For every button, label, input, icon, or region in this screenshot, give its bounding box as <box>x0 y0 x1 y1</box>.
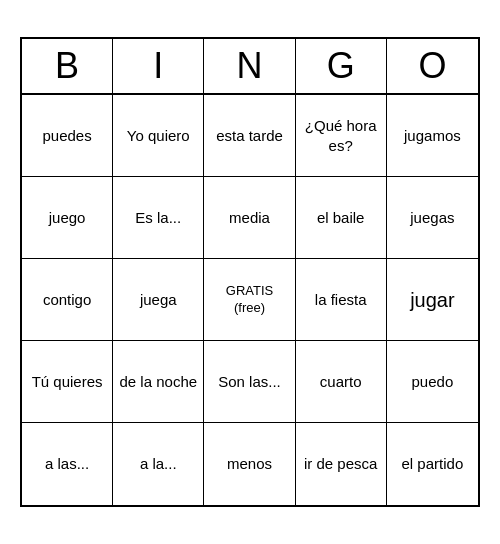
bingo-cell: jugar <box>387 259 478 341</box>
bingo-header: BINGO <box>22 39 478 95</box>
bingo-cell: juegas <box>387 177 478 259</box>
bingo-cell: a las... <box>22 423 113 505</box>
bingo-cell: Tú quieres <box>22 341 113 423</box>
bingo-cell: media <box>204 177 295 259</box>
bingo-cell: el partido <box>387 423 478 505</box>
header-letter: N <box>204 39 295 93</box>
bingo-cell: GRATIS(free) <box>204 259 295 341</box>
bingo-cell: cuarto <box>296 341 387 423</box>
bingo-cell: puedes <box>22 95 113 177</box>
bingo-cell: la fiesta <box>296 259 387 341</box>
header-letter: I <box>113 39 204 93</box>
header-letter: O <box>387 39 478 93</box>
bingo-cell: a la... <box>113 423 204 505</box>
bingo-cell: el baile <box>296 177 387 259</box>
bingo-cell: juego <box>22 177 113 259</box>
header-letter: G <box>296 39 387 93</box>
bingo-cell: Son las... <box>204 341 295 423</box>
header-letter: B <box>22 39 113 93</box>
bingo-cell: contigo <box>22 259 113 341</box>
bingo-cell: puedo <box>387 341 478 423</box>
bingo-cell: jugamos <box>387 95 478 177</box>
bingo-cell: Yo quiero <box>113 95 204 177</box>
bingo-cell: ¿Qué hora es? <box>296 95 387 177</box>
bingo-card: BINGO puedesYo quieroesta tarde¿Qué hora… <box>20 37 480 507</box>
bingo-cell: de la noche <box>113 341 204 423</box>
bingo-cell: juega <box>113 259 204 341</box>
bingo-cell: Es la... <box>113 177 204 259</box>
bingo-cell: esta tarde <box>204 95 295 177</box>
bingo-cell: ir de pesca <box>296 423 387 505</box>
bingo-cell: menos <box>204 423 295 505</box>
bingo-grid: puedesYo quieroesta tarde¿Qué hora es?ju… <box>22 95 478 505</box>
